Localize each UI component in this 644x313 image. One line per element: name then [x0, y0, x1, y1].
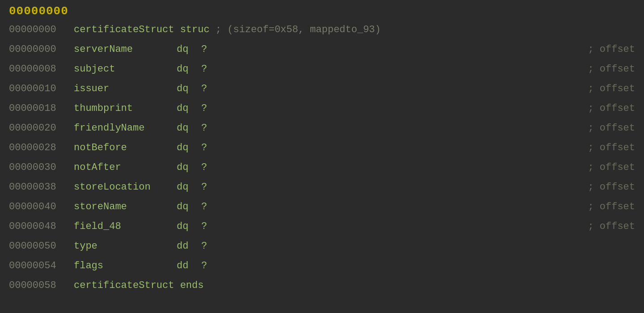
field-line-notAfter: 00000030 notAfter dq ? ; offset — [9, 157, 635, 177]
field-name-notAfter: notAfter — [74, 162, 177, 173]
field-type-serverName: dq — [177, 44, 201, 55]
field-type-subject: dq — [177, 63, 201, 75]
field-value-thumbprint: ? — [201, 103, 219, 114]
field-value-notBefore: ? — [201, 142, 219, 153]
field-line-subject: 00000008 subject dq ? ; offset — [9, 59, 635, 79]
address-9: 00000040 — [9, 201, 74, 212]
field-type-field48: dq — [177, 221, 201, 232]
field-value-flags: ? — [201, 260, 219, 271]
address-13: 00000058 — [9, 280, 74, 291]
struct-paren: ; (sizeof=0x58, mappedto_93) — [210, 24, 381, 35]
field-line-serverName: 00000000 serverName dq ? ; offset — [9, 39, 635, 59]
field-type-flags: dd — [177, 260, 201, 271]
comment-storeLocation: ; offset — [588, 182, 635, 193]
comment-friendlyName: ; offset — [588, 123, 635, 134]
field-line-type: 00000050 type dd ? — [9, 236, 635, 256]
field-line-issuer: 00000010 issuer dq ? ; offset — [9, 79, 635, 98]
field-value-field48: ? — [201, 221, 219, 232]
address-8: 00000038 — [9, 182, 74, 193]
field-name-thumbprint: thumbprint — [74, 103, 177, 114]
address-10: 00000048 — [9, 221, 74, 232]
comment-notBefore: ; offset — [588, 142, 635, 153]
address-0: 00000000 — [9, 24, 74, 35]
field-line-flags: 00000054 flags dd ? — [9, 256, 635, 275]
field-value-storeLocation: ? — [201, 182, 219, 193]
address-7: 00000030 — [9, 162, 74, 173]
field-name-storeLocation: storeLocation — [74, 182, 177, 193]
field-value-storeName: ? — [201, 201, 219, 212]
field-type-type: dd — [177, 241, 201, 252]
address-3: 00000010 — [9, 83, 74, 94]
comment-notAfter: ; offset — [588, 162, 635, 173]
field-value-subject: ? — [201, 63, 219, 75]
field-name-field48: field_48 — [74, 221, 177, 232]
address-12: 00000054 — [9, 260, 74, 271]
field-name-subject: subject — [74, 63, 177, 75]
field-name-flags: flags — [74, 260, 177, 271]
field-value-notAfter: ? — [201, 162, 219, 173]
field-line-storeName: 00000040 storeName dq ? ; offset — [9, 197, 635, 216]
address-11: 00000050 — [9, 241, 74, 252]
field-value-friendlyName: ? — [201, 123, 219, 134]
field-type-notAfter: dq — [177, 162, 201, 173]
comment-serverName: ; offset — [588, 44, 635, 55]
comment-thumbprint: ; offset — [588, 103, 635, 114]
comment-issuer: ; offset — [588, 83, 635, 94]
field-name-issuer: issuer — [74, 83, 177, 94]
field-line-friendlyName: 00000020 friendlyName dq ? ; offset — [9, 118, 635, 138]
struct-end-decl: certificateStruct ends — [74, 280, 203, 291]
comment-storeName: ; offset — [588, 201, 635, 212]
field-name-friendlyName: friendlyName — [74, 123, 177, 134]
struct-decl: certificateStruct struc — [74, 24, 210, 35]
address-2: 00000008 — [9, 63, 74, 75]
field-type-friendlyName: dq — [177, 123, 201, 134]
struct-end-line: 00000058 certificateStruct ends — [9, 275, 635, 295]
field-type-issuer: dq — [177, 83, 201, 94]
address-5: 00000020 — [9, 123, 74, 134]
code-view: 00000000 00000000 certificateStruct stru… — [9, 4, 635, 309]
field-type-storeLocation: dq — [177, 182, 201, 193]
field-name-type: type — [74, 241, 177, 252]
field-name-storeName: storeName — [74, 201, 177, 212]
field-value-issuer: ? — [201, 83, 219, 94]
address-1: 00000000 — [9, 44, 74, 55]
comment-field48: ; offset — [588, 221, 635, 232]
field-line-thumbprint: 00000018 thumbprint dq ? ; offset — [9, 98, 635, 118]
field-line-storeLocation: 00000038 storeLocation dq ? ; offset — [9, 177, 635, 197]
struct-def-line: 00000000 certificateStruct struc ; (size… — [9, 20, 635, 39]
field-type-thumbprint: dq — [177, 103, 201, 114]
field-type-notBefore: dq — [177, 142, 201, 153]
field-name-notBefore: notBefore — [74, 142, 177, 153]
field-value-type: ? — [201, 241, 219, 252]
address-6: 00000028 — [9, 142, 74, 153]
field-line-field48: 00000048 field_48 dq ? ; offset — [9, 216, 635, 236]
section-header: 00000000 — [9, 4, 635, 18]
field-value-serverName: ? — [201, 44, 219, 55]
field-name-serverName: serverName — [74, 44, 177, 55]
address-4: 00000018 — [9, 103, 74, 114]
field-line-notBefore: 00000028 notBefore dq ? ; offset — [9, 138, 635, 157]
field-type-storeName: dq — [177, 201, 201, 212]
comment-subject: ; offset — [588, 63, 635, 75]
